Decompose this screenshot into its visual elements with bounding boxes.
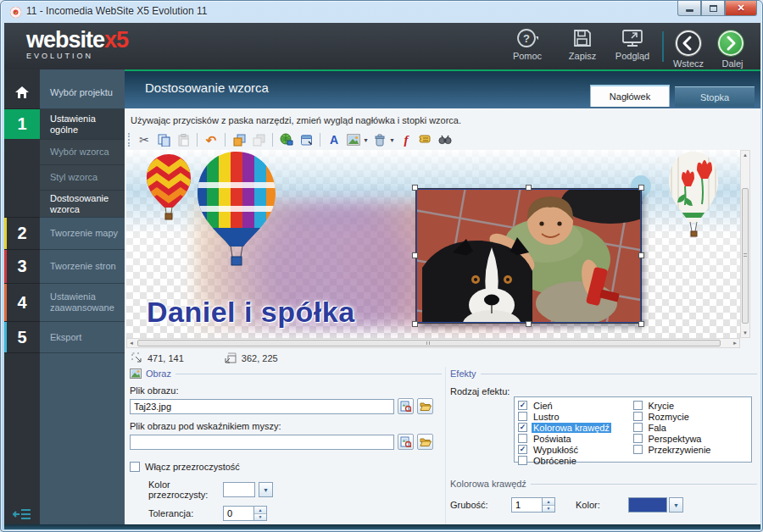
effect-item-poswiata[interactable]: Poświata [518,433,633,444]
search-button[interactable] [437,131,454,148]
balloon-red-yellow[interactable] [145,153,192,221]
effect-item-przekrzywienie[interactable]: Przekrzywienie [633,444,749,455]
insert-script-button[interactable]: f [398,131,415,148]
effect-checkbox[interactable] [518,434,527,443]
transparency-checkbox[interactable] [130,462,140,472]
sidebar-item-dostosowanie-wzorca[interactable]: Dostosowanie wzorca [40,190,125,217]
tab-naglowek[interactable]: Nagłówek [590,85,670,107]
selected-photo-object[interactable] [416,189,641,323]
effect-item-perspektywa[interactable]: Perspektywa [633,433,749,444]
scroll-left-arrow[interactable]: ◄ [127,339,136,347]
selection-handle-e[interactable] [638,252,644,258]
effect-item-krycie[interactable]: Krycie [633,400,749,411]
sidebar-item-styl-wzorca[interactable]: Styl wzorca [40,164,125,190]
scroll-up-arrow[interactable]: ▲ [741,151,749,159]
scroll-down-arrow[interactable]: ▼ [741,329,749,337]
effect-checkbox[interactable] [518,423,527,432]
bring-forward-button[interactable] [231,131,248,148]
image-library-button[interactable] [398,398,414,414]
horizontal-scroll-thumb[interactable] [137,340,721,346]
hover-image-file-input[interactable] [130,435,394,450]
effect-item-fala[interactable]: Fala [633,422,749,433]
selection-handle-w[interactable] [412,252,418,258]
thickness-input[interactable] [511,497,542,513]
effect-item-lustro[interactable]: Lustro [518,411,633,422]
horizontal-scrollbar[interactable]: ◄ ► [126,338,740,348]
effects-listbox[interactable]: Cień Lustro Kolorowa krawędź Poświata Wy… [514,396,752,463]
paste-button[interactable] [175,131,192,148]
minimize-button[interactable] [677,1,701,16]
selection-handle-sw[interactable] [412,321,418,327]
copy-button[interactable] [155,131,172,148]
sidebar-item-wybor-wzorca[interactable]: Wybór wzorca [40,139,125,164]
tolerance-up-button[interactable]: ▲ [254,507,266,513]
step4-label[interactable]: Ustawienia zaawansowane [40,284,125,321]
thickness-down-button[interactable]: ▼ [543,505,554,513]
step2-label[interactable]: Tworzenie mapy [40,218,125,249]
scroll-right-arrow[interactable]: ► [731,339,739,347]
selection-handle-n[interactable] [526,185,532,191]
hover-browse-file-button[interactable] [417,434,433,450]
effect-item-wypuklosc[interactable]: Wypukłość [518,444,633,455]
window-titlebar[interactable]: 11 - Incomedia WebSite X5 Evolution 11 ✕ [1,1,762,23]
undo-button[interactable]: ↶ [203,131,220,148]
toolbar-grip[interactable] [128,133,131,147]
effect-checkbox[interactable] [633,445,643,454]
selection-handle-se[interactable] [638,321,644,327]
transparent-color-dropdown[interactable]: ▼ [259,482,273,497]
sidebar-item-step5[interactable]: 5 Eksport [4,321,125,353]
cut-button[interactable]: ✂ [136,131,153,148]
effect-checkbox[interactable] [633,434,643,443]
edge-color-swatch[interactable] [628,497,667,513]
effect-checkbox[interactable] [633,412,643,421]
vertical-scroll-thumb[interactable] [742,188,749,324]
effect-checkbox[interactable] [518,456,527,465]
effect-item-kolorowa-krawedz[interactable]: Kolorowa krawędź [518,422,633,433]
save-button[interactable]: Zapisz [558,27,607,61]
effect-checkbox[interactable] [633,401,643,410]
thickness-up-button[interactable]: ▲ [543,498,554,505]
sidebar-item-step1[interactable]: 1 Ustawienia ogólne [4,108,125,139]
effect-item-obrocenie[interactable]: Obrócenie [518,455,633,466]
tolerance-input[interactable] [223,506,253,521]
style-button[interactable] [371,131,388,148]
insert-image-button[interactable] [345,131,362,148]
image-file-input[interactable] [130,399,394,414]
step5-label[interactable]: Eksport [40,322,125,352]
close-button[interactable]: ✕ [725,1,757,16]
vertical-scrollbar[interactable]: ▲ ▼ [740,150,750,338]
next-button[interactable] [718,30,744,56]
effect-checkbox[interactable] [518,401,527,410]
step1-label[interactable]: Ustawienia ogólne [40,109,125,139]
template-heading-text[interactable]: Daniel i spółka [147,296,355,329]
effect-checkbox[interactable] [518,412,527,421]
collapse-sidebar-button[interactable] [13,507,31,521]
send-backward-button[interactable] [250,131,267,148]
effect-checkbox[interactable] [518,445,527,454]
insert-text-button[interactable]: A [326,131,343,148]
selection-handle-nw[interactable] [412,185,418,191]
sidebar-item-step3[interactable]: 3 Tworzenie stron [4,249,125,283]
sidebar-item-step2[interactable]: 2 Tworzenie mapy [4,217,125,249]
edge-color-dropdown[interactable]: ▼ [669,497,683,513]
insert-widget-button[interactable] [298,131,315,148]
insert-html-button[interactable] [417,131,434,148]
maximize-button[interactable] [701,1,725,16]
transparent-color-swatch[interactable] [223,482,255,497]
sidebar-item-home[interactable]: Wybór projektu [4,80,125,105]
effect-item-rozmycie[interactable]: Rozmycie [633,411,749,422]
style-dropdown-caret[interactable]: ▼ [389,137,395,143]
preview-button[interactable]: Podgląd [608,27,657,61]
sidebar-item-step4[interactable]: 4 Ustawienia zaawansowane [4,283,125,321]
template-canvas[interactable]: Daniel i spółka [126,150,740,338]
effect-checkbox[interactable] [633,423,643,432]
tolerance-down-button[interactable]: ▼ [254,513,266,521]
help-button[interactable]: ? Pomoc [503,27,552,61]
browse-file-button[interactable] [417,398,433,414]
insert-link-button[interactable] [278,131,295,148]
tab-stopka[interactable]: Stopka [675,86,755,107]
step3-label[interactable]: Tworzenie stron [40,250,125,283]
image-dropdown-caret[interactable]: ▼ [363,137,369,143]
hover-image-library-button[interactable] [398,434,414,450]
sidebar-home-label[interactable]: Wybór projektu [40,80,125,105]
